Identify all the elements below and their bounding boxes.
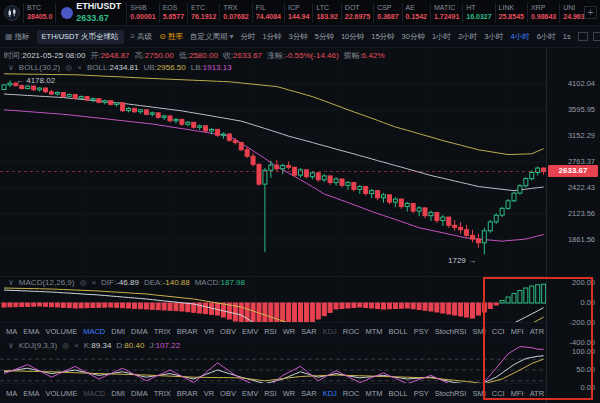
ticker-item-matic[interactable]: MATIC1.72491 <box>430 3 462 23</box>
ticker-item-xrp[interactable]: XRP0.98643 <box>527 3 559 23</box>
ticker-item-icp[interactable]: ICP144.94 <box>284 3 312 23</box>
kline-logo-icon[interactable] <box>4 5 20 21</box>
tab-psy-row1[interactable]: PSY <box>414 327 429 336</box>
tab-dmi-row2[interactable]: DMI <box>111 389 125 398</box>
ticker-item-csp[interactable]: CSP0.3687 <box>373 3 401 23</box>
ticker-item-uni[interactable]: UNI24.963 <box>559 3 584 23</box>
ticker-item-shib[interactable]: SHIB0.00001 <box>126 3 158 23</box>
tab-smi-row1[interactable]: SMI <box>472 327 485 336</box>
candle-style-icon[interactable] <box>578 32 588 41</box>
tab-smi-row2[interactable]: SMI <box>472 389 485 398</box>
macd-close-icon[interactable]: × <box>91 278 96 287</box>
advanced-button[interactable]: ≡ 高级 <box>131 32 153 42</box>
tab-psy-row2[interactable]: PSY <box>414 389 429 398</box>
ticker-item-etc[interactable]: ETC76.1912 <box>187 3 219 23</box>
tab-wr-row1[interactable]: WR <box>283 327 296 336</box>
winrate-button[interactable]: ⊙ 胜率 <box>159 32 183 42</box>
main-candle-pane[interactable]: 时间:2021-05-25 08:00 开:2648.87 高:2750.00 … <box>0 48 546 277</box>
timeframe-1小时[interactable]: 1小时 <box>432 32 451 42</box>
timeframe-5分钟[interactable]: 5分钟 <box>315 32 334 42</box>
timeframe-3分钟[interactable]: 3分钟 <box>289 32 308 42</box>
ticker-item-ae[interactable]: AE0.1542 <box>402 3 430 23</box>
tab-roc-row2[interactable]: ROC <box>343 389 360 398</box>
timeframe-6小时[interactable]: 6小时 <box>537 32 556 42</box>
tab-rsi-row2[interactable]: RSI <box>264 389 277 398</box>
tab-kdj-row1[interactable]: KDJ <box>323 327 337 336</box>
tab-trix-row2[interactable]: TRIX <box>154 389 171 398</box>
tab-ema-row1[interactable]: EMA <box>23 327 39 336</box>
price-axis[interactable]: 4102.043595.953152.292763.372422.432123.… <box>546 48 600 403</box>
boll-settings-icon[interactable]: ◎ <box>65 63 72 72</box>
macd-settings-icon[interactable]: ◎ <box>79 278 86 287</box>
tab-emv-row1[interactable]: EMV <box>242 327 258 336</box>
boll-close-icon[interactable]: × <box>77 63 82 72</box>
tab-brar-row1[interactable]: BRAR <box>177 327 198 336</box>
tab-obv-row2[interactable]: OBV <box>220 389 236 398</box>
ticker-item-trx[interactable]: TRX0.07682 <box>219 3 251 23</box>
tab-ma-row1[interactable]: MA <box>6 327 17 336</box>
timeframe-分时[interactable]: 分时 <box>240 32 255 42</box>
tab-atr-row2[interactable]: ATR <box>530 389 544 398</box>
add-ticker-button[interactable]: + <box>584 6 597 19</box>
fullscreen-icon[interactable] <box>593 32 600 41</box>
tab-rsi-row1[interactable]: RSI <box>264 327 277 336</box>
tab-sar-row2[interactable]: SAR <box>301 389 316 398</box>
tab-macd-row1[interactable]: MACD <box>83 327 105 336</box>
tab-kdj-row2[interactable]: KDJ <box>323 389 337 398</box>
tab-trix-row1[interactable]: TRIX <box>154 327 171 336</box>
tab-obv-row1[interactable]: OBV <box>220 327 236 336</box>
ticker-item-ht[interactable]: HT16.0327 <box>462 3 494 23</box>
tab-volume-row2[interactable]: VOLUME <box>46 389 78 398</box>
tab-dma-row2[interactable]: DMA <box>131 389 148 398</box>
tab-stochrsi-row1[interactable]: StochRSI <box>435 327 467 336</box>
tab-atr-row1[interactable]: ATR <box>530 327 544 336</box>
tab-brar-row2[interactable]: BRAR <box>177 389 198 398</box>
timeframe-3小时[interactable]: 3小时 <box>484 32 503 42</box>
tab-mtm-row1[interactable]: MTM <box>365 327 382 336</box>
tab-stochrsi-row2[interactable]: StochRSI <box>435 389 467 398</box>
ticker-item-btc[interactable]: BTC38405.0 <box>23 3 55 23</box>
tab-vr-row1[interactable]: VR <box>204 327 214 336</box>
ticker-item-eth-usdt[interactable]: ETH/USDT2633.67 <box>55 3 126 23</box>
timeframe-1分钟[interactable]: 1分钟 <box>262 32 281 42</box>
collapse-chevron-icon[interactable]: ∨ <box>8 63 14 72</box>
kdj-pane[interactable]: ∨ KDJ(9,3,3) ◎ × K:89.34 D:80.40 J:107.2… <box>0 340 546 383</box>
macd-pane[interactable]: ∨ MACD(12,26,9) ◎ × DIF:-46.89 DEA:-140.… <box>0 277 546 322</box>
timeframe-15分钟[interactable]: 15分钟 <box>371 32 394 42</box>
indicators-button[interactable]: ▦ 指标 <box>5 32 30 42</box>
tab-wr-row2[interactable]: WR <box>283 389 296 398</box>
timeframe-4小时[interactable]: 4小时 <box>510 32 529 42</box>
tab-macd-row2[interactable]: MACD <box>83 389 105 398</box>
ticker-item-fil[interactable]: FIL74.4084 <box>252 3 284 23</box>
tab-volume-row1[interactable]: VOLUME <box>46 327 78 336</box>
tab-boll-row2[interactable]: BOLL <box>389 389 408 398</box>
timeframe-10分钟[interactable]: 10分钟 <box>341 32 364 42</box>
timeframe-1s[interactable]: 1s <box>563 32 571 41</box>
ticker-item-eos[interactable]: EOS5.6577 <box>159 3 187 23</box>
collapse-chevron-icon[interactable]: ∨ <box>8 341 14 350</box>
pair-selector[interactable]: ETH/USDT 火币全球站 <box>37 30 124 44</box>
custom-period-button[interactable]: 自定义周期 ▾ <box>190 32 234 42</box>
timeframe-2小时[interactable]: 2小时 <box>458 32 477 42</box>
tab-cci-row1[interactable]: CCI <box>492 327 505 336</box>
kdj-settings-icon[interactable]: ◎ <box>62 341 69 350</box>
collapse-chevron-icon[interactable]: ∨ <box>8 278 14 287</box>
ticker-item-ltc[interactable]: LTC183.92 <box>312 3 340 23</box>
tab-sar-row1[interactable]: SAR <box>301 327 316 336</box>
tab-dma-row1[interactable]: DMA <box>131 327 148 336</box>
tab-mfi-row2[interactable]: MFI <box>511 389 524 398</box>
timeframe-30分钟[interactable]: 30分钟 <box>402 32 425 42</box>
ticker-item-dot[interactable]: DOT22.6975 <box>341 3 373 23</box>
tab-roc-row1[interactable]: ROC <box>343 327 360 336</box>
tab-vr-row2[interactable]: VR <box>204 389 214 398</box>
tab-mfi-row1[interactable]: MFI <box>511 327 524 336</box>
tab-cci-row2[interactable]: CCI <box>492 389 505 398</box>
tab-ma-row2[interactable]: MA <box>6 389 17 398</box>
kdj-close-icon[interactable]: × <box>74 341 79 350</box>
tab-dmi-row1[interactable]: DMI <box>111 327 125 336</box>
tab-emv-row2[interactable]: EMV <box>242 389 258 398</box>
ticker-item-link[interactable]: LINK25.8545 <box>495 3 527 23</box>
tab-mtm-row2[interactable]: MTM <box>365 389 382 398</box>
tab-boll-row1[interactable]: BOLL <box>389 327 408 336</box>
tab-ema-row2[interactable]: EMA <box>23 389 39 398</box>
